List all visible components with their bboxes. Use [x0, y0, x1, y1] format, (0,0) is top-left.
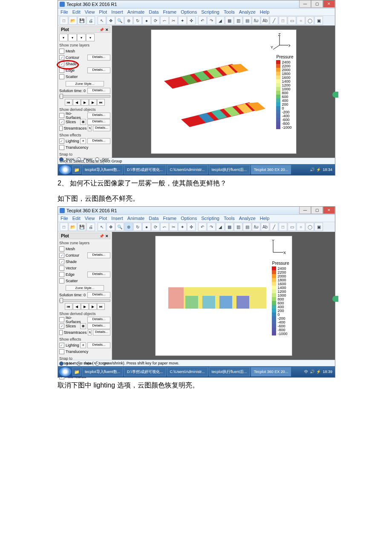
menu-tools[interactable]: Tools [224, 216, 235, 221]
stream-details-button[interactable]: Details... [93, 330, 110, 335]
tray-icon[interactable]: 🔊 [310, 168, 314, 172]
view-dd-4[interactable]: ▾ [86, 34, 95, 41]
stream-details-button[interactable]: Details... [93, 125, 110, 131]
vector-checkbox[interactable] [59, 266, 64, 271]
spin-icon[interactable]: ⟳ [151, 223, 160, 231]
slice-icon[interactable]: ✂ [169, 16, 178, 25]
slices-details-button[interactable]: Details... [87, 323, 110, 329]
time-details-button[interactable]: Details... [87, 88, 110, 94]
rollerball-icon[interactable]: ● [142, 16, 151, 25]
probe-icon[interactable]: ✜ [187, 223, 196, 231]
redo-icon[interactable]: ↷ [207, 223, 216, 231]
contour-checkbox[interactable] [59, 55, 64, 60]
menu-animate[interactable]: Animate [127, 9, 144, 14]
view-dd-1[interactable]: ▾ [59, 34, 68, 41]
close-button[interactable]: ✕ [323, 207, 335, 214]
contour-checkbox[interactable] [59, 253, 64, 258]
adjust-icon[interactable]: ✥ [107, 223, 115, 231]
twist-icon[interactable]: ⤺ [160, 223, 169, 231]
light-icon[interactable]: ✦ [178, 16, 187, 25]
undo-icon[interactable]: ↶ [198, 16, 207, 25]
first-button[interactable]: ⏮ [65, 303, 72, 310]
close-button[interactable]: ✕ [323, 0, 335, 8]
prev-button[interactable]: ◀ [73, 99, 81, 106]
tray-icon[interactable]: ⚡ [316, 370, 321, 374]
slices-checkbox[interactable] [59, 119, 64, 124]
menu-scripting[interactable]: Scripting [201, 9, 219, 14]
edge-checkbox[interactable] [59, 68, 64, 73]
undo-icon[interactable]: ↶ [198, 223, 207, 231]
menu-insert[interactable]: Insert [111, 216, 123, 221]
start-button[interactable] [59, 165, 72, 175]
prev-button[interactable]: ◀ [73, 303, 81, 310]
twist-icon[interactable]: ⤺ [160, 16, 169, 25]
menu-help[interactable]: Help [260, 9, 270, 14]
plot-canvas[interactable]: YX Pressure 2400220020001800160014 [112, 232, 335, 360]
lighting-details-button[interactable]: Details... [87, 342, 110, 348]
shade-checkbox[interactable] [59, 259, 64, 264]
contour-icon[interactable]: ▥ [234, 16, 242, 25]
text-icon[interactable]: Ab [261, 223, 269, 231]
stream-tool-icon[interactable]: ↯ [88, 330, 92, 335]
scatter-checkbox[interactable] [59, 74, 64, 79]
menu-plot[interactable]: Plot [99, 9, 107, 14]
menu-animate[interactable]: Animate [127, 216, 144, 221]
slices-checkbox[interactable] [59, 324, 64, 329]
zoom-icon[interactable]: 🔍 [115, 223, 124, 231]
rect-icon[interactable]: ▭ [288, 16, 296, 25]
play-button[interactable]: ▶ [81, 99, 89, 106]
snap-grid-radio[interactable] [95, 361, 99, 366]
view-dd-3[interactable]: ▾ [77, 34, 86, 41]
pin-icon[interactable]: 📌 ✕ [99, 28, 109, 32]
zone-style-button[interactable]: Zone Style... [66, 81, 104, 87]
menu-edit[interactable]: Edit [72, 9, 81, 14]
save-icon[interactable]: 💾 [78, 223, 86, 231]
line-icon[interactable]: ╱ [270, 223, 278, 231]
taskbar-item[interactable]: tecplot执行fluent后... [209, 367, 250, 376]
snap-paper-radio[interactable] [77, 361, 81, 366]
menu-view[interactable]: View [85, 9, 95, 14]
mesh-checkbox[interactable] [59, 49, 64, 54]
new-icon[interactable]: □ [60, 223, 68, 231]
time-details-button[interactable]: Details... [87, 292, 110, 298]
lighting-details-button[interactable]: Details... [87, 138, 110, 144]
save-icon[interactable]: 💾 [78, 16, 86, 25]
snap-icon[interactable]: ▦ [225, 223, 233, 231]
pin-icon[interactable]: 📌 ✕ [99, 234, 109, 238]
last-button[interactable]: ⏭ [97, 99, 105, 106]
taskbar-item[interactable]: C:\Users\Administr... [167, 367, 208, 376]
iso-details-button[interactable]: Details... [87, 317, 110, 323]
lighting-tool-icon[interactable]: ☀ [80, 138, 86, 144]
menu-frame[interactable]: Frame [163, 216, 176, 221]
colormap-icon[interactable]: ▤ [243, 16, 251, 25]
image-icon[interactable]: ▣ [314, 16, 323, 25]
zoom-icon[interactable]: 🔍 [115, 16, 124, 25]
square-icon[interactable]: □ [279, 223, 287, 231]
redo-icon[interactable]: ↷ [207, 16, 216, 25]
print-icon[interactable]: 🖨 [86, 223, 95, 231]
menu-insert[interactable]: Insert [111, 9, 123, 14]
slice-icon[interactable]: ✂ [169, 223, 178, 231]
menu-frame[interactable]: Frame [163, 9, 176, 14]
slices-tool-icon[interactable]: ▦ [80, 119, 86, 125]
play-button[interactable]: ▶ [81, 303, 89, 310]
lighting-tool-icon[interactable]: ☀ [80, 342, 86, 348]
iso-checkbox[interactable] [59, 113, 64, 118]
menu-tools[interactable]: Tools [224, 9, 235, 14]
next-button[interactable]: ▶ [89, 303, 97, 310]
menu-help[interactable]: Help [260, 216, 270, 221]
time-slider[interactable] [59, 95, 110, 98]
ellipse-icon[interactable]: ◯ [306, 16, 314, 25]
snap-grid-radio[interactable] [95, 157, 99, 162]
minimize-button[interactable]: — [299, 207, 311, 214]
translucency-checkbox[interactable] [59, 349, 64, 354]
new-icon[interactable]: □ [60, 16, 68, 25]
tray-ime-icon[interactable]: 中 [304, 369, 308, 375]
minimize-button[interactable]: — [299, 0, 311, 8]
tray-icon[interactable]: 🔊 [310, 370, 314, 374]
taskbar-item[interactable]: C:\Users\Administr... [167, 165, 208, 174]
taskbar-item[interactable]: tecplot导入fluent数... [82, 165, 123, 174]
side-tab-icon[interactable] [332, 92, 338, 98]
edge-details-button[interactable]: Details... [87, 67, 110, 73]
probe-icon[interactable]: ✜ [187, 16, 196, 25]
